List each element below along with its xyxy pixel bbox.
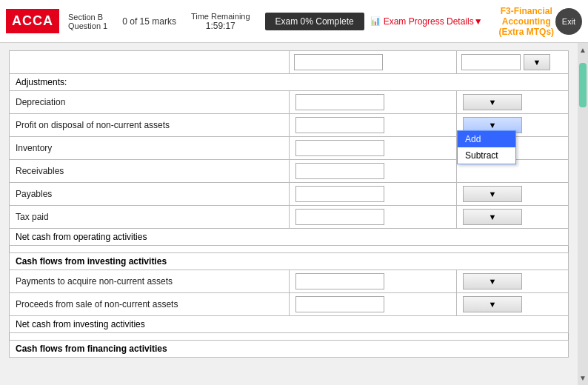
net-investing-label: Net cash from investing activities xyxy=(10,316,569,333)
proceeds-sale-dropdown-pair: ▼ xyxy=(463,296,562,312)
payments-acquire-dropdown-cell: ▼ xyxy=(457,270,569,293)
spacer-row-1 xyxy=(10,246,569,253)
payables-input-cell xyxy=(289,183,457,206)
dropdown-option-add[interactable]: Add xyxy=(458,131,515,147)
payables-dropdown-button[interactable]: ▼ xyxy=(463,186,522,202)
top-second-input[interactable] xyxy=(461,54,521,70)
profit-disposal-dropdown-cell: ▼ Add Subtract xyxy=(457,114,569,137)
receivables-input[interactable] xyxy=(295,163,384,179)
depreciation-label: Depreciation xyxy=(10,91,290,114)
tax-paid-label: Tax paid xyxy=(10,206,290,229)
payments-acquire-dropdown-pair: ▼ xyxy=(463,273,562,289)
receivables-input-cell xyxy=(289,160,457,183)
proceeds-sale-input[interactable] xyxy=(295,296,384,312)
time-value: 1:59:17 xyxy=(206,21,235,31)
spacer-1 xyxy=(10,246,569,253)
profit-disposal-label: Profit on disposal of non-current assets xyxy=(10,114,290,137)
progress-details[interactable]: 📊 Exam Progress Details ▼ xyxy=(370,16,483,27)
net-operating-label: Net cash from operating activities xyxy=(10,229,569,246)
financing-header: Cash flows from financing activities xyxy=(10,341,569,358)
payables-input[interactable] xyxy=(295,186,384,202)
time-section: Time Remaining 1:59:17 xyxy=(191,12,250,31)
payments-acquire-input-cell xyxy=(289,270,457,293)
payables-label: Payables xyxy=(10,183,290,206)
chart-icon: 📊 xyxy=(370,16,381,26)
payments-acquire-label: Payments to acquire non-current assets xyxy=(10,270,290,293)
top-dropdown-button[interactable]: ▼ xyxy=(524,54,550,70)
depreciation-dropdown-cell: ▼ xyxy=(457,91,569,114)
time-label: Time Remaining xyxy=(191,12,250,21)
net-operating-row: Net cash from operating activities xyxy=(10,229,569,246)
depreciation-row: Depreciation ▼ xyxy=(10,91,569,114)
spacer-row-2 xyxy=(10,333,569,341)
depreciation-input[interactable] xyxy=(295,94,384,110)
investing-header-row: Cash flows from investing activities xyxy=(10,253,569,270)
investing-header: Cash flows from investing activities xyxy=(10,253,569,270)
net-investing-row: Net cash from investing activities xyxy=(10,316,569,333)
proceeds-sale-label: Proceeds from sale of non-current assets xyxy=(10,293,290,316)
cash-flow-table: ▼ Adjustments: Depreciation ▼ xyxy=(9,50,569,358)
financing-header-row: Cash flows from financing activities xyxy=(10,341,569,358)
top-row: ▼ xyxy=(10,51,569,74)
proceeds-sale-dropdown-cell: ▼ xyxy=(457,293,569,316)
proceeds-sale-dropdown-button[interactable]: ▼ xyxy=(463,296,522,312)
spacer-2 xyxy=(10,333,569,341)
depreciation-dropdown-button[interactable]: ▼ xyxy=(463,94,522,110)
header: ACCA Section B Question 1 0 of 15 marks … xyxy=(0,0,588,43)
tax-paid-input-cell xyxy=(289,206,457,229)
question-label: Question 1 xyxy=(68,21,107,30)
tax-paid-row: Tax paid ▼ xyxy=(10,206,569,229)
proceeds-sale-input-cell xyxy=(289,293,457,316)
tax-paid-input[interactable] xyxy=(295,209,384,225)
content-area: ▼ Adjustments: Depreciation ▼ xyxy=(0,43,578,385)
adjustments-header: Adjustments: xyxy=(10,74,569,91)
profit-disposal-input[interactable] xyxy=(295,117,384,133)
top-input-cell xyxy=(289,51,457,74)
inventory-label: Inventory xyxy=(10,137,290,160)
top-input[interactable] xyxy=(294,54,383,70)
payments-acquire-dropdown-button[interactable]: ▼ xyxy=(463,273,522,289)
scroll-up-arrow[interactable]: ▲ xyxy=(578,44,588,56)
section-info: Section B Question 1 xyxy=(68,13,107,30)
top-dropdown-pair: ▼ xyxy=(461,54,564,70)
tax-paid-dropdown-button[interactable]: ▼ xyxy=(463,209,522,225)
chevron-down-icon: ▼ xyxy=(474,16,483,27)
inventory-input-cell xyxy=(289,137,457,160)
section-label: Section B xyxy=(68,13,107,21)
depreciation-dropdown-pair: ▼ xyxy=(463,94,562,110)
progress-details-label: Exam Progress Details xyxy=(384,16,474,27)
payables-dropdown-cell: ▼ xyxy=(457,183,569,206)
scrollbar[interactable]: ▲ ▼ xyxy=(578,43,588,385)
profit-disposal-input-cell xyxy=(289,114,457,137)
adjustments-header-row: Adjustments: xyxy=(10,74,569,91)
proceeds-sale-row: Proceeds from sale of non-current assets… xyxy=(10,293,569,316)
acca-logo: ACCA xyxy=(6,9,59,33)
depreciation-input-cell xyxy=(289,91,457,114)
payables-dropdown-pair: ▼ xyxy=(463,186,562,202)
payments-acquire-input[interactable] xyxy=(295,273,384,289)
tax-paid-dropdown-cell: ▼ xyxy=(457,206,569,229)
payments-acquire-row: Payments to acquire non-current assets ▼ xyxy=(10,270,569,293)
payables-row: Payables ▼ xyxy=(10,183,569,206)
add-subtract-dropdown: Add Subtract xyxy=(457,130,516,164)
exam-progress-button[interactable]: Exam 0% Complete xyxy=(265,13,364,30)
main-area: ▼ Adjustments: Depreciation ▼ xyxy=(0,43,588,385)
receivables-label: Receivables xyxy=(10,160,290,183)
course-title: F3-Financial Accounting (Extra MTQs) xyxy=(498,6,555,37)
profit-disposal-row: Profit on disposal of non-current assets… xyxy=(10,114,569,137)
scrollbar-thumb[interactable] xyxy=(579,63,587,107)
inventory-input[interactable] xyxy=(295,140,384,156)
marks-value: 0 of 15 marks xyxy=(122,16,176,27)
top-label-cell xyxy=(10,51,290,74)
top-dropdown-cell: ▼ xyxy=(457,51,569,74)
tax-paid-dropdown-pair: ▼ xyxy=(463,209,562,225)
exit-button[interactable]: Exit xyxy=(555,8,582,35)
dropdown-option-subtract[interactable]: Subtract xyxy=(458,147,515,164)
scroll-down-arrow[interactable]: ▼ xyxy=(578,372,588,384)
marks-info: 0 of 15 marks xyxy=(122,16,176,27)
